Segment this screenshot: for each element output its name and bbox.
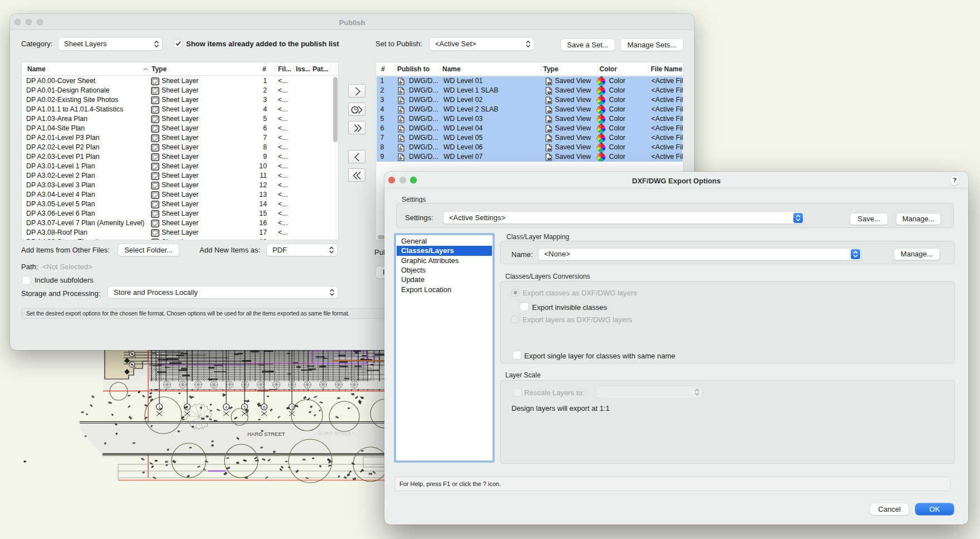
svg-text:6: 6: [263, 405, 265, 409]
svg-text:5: 5: [243, 405, 246, 409]
svg-text:HARO STREET: HARO STREET: [318, 431, 355, 436]
svg-text:HARO STREET: HARO STREET: [247, 431, 285, 437]
svg-text:4: 4: [225, 405, 227, 409]
